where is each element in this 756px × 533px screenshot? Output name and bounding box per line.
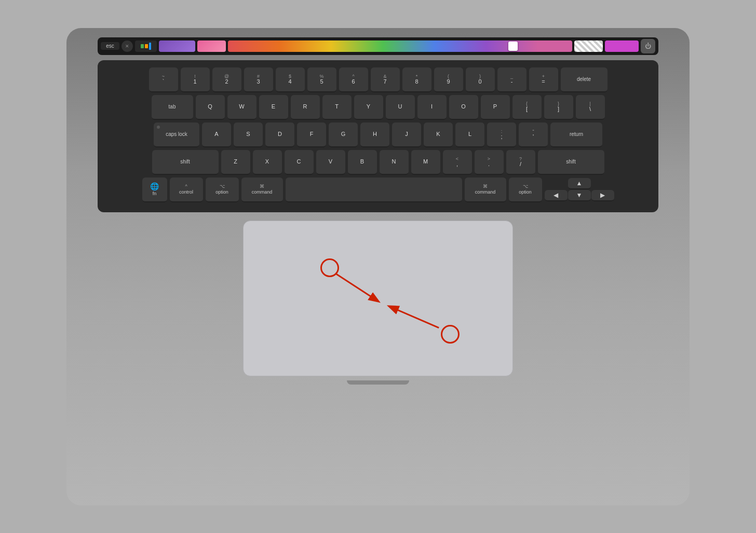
tb-power-button[interactable]: ⏻ xyxy=(641,39,655,53)
arrow-cluster: ▲ ◀ ▼ ▶ xyxy=(545,178,614,201)
touch-bar: esc ⏻ xyxy=(98,37,658,55)
qwerty-row: tab Q W E R T Y U I O P { [ } ] | \ xyxy=(105,95,651,120)
laptop-bottom xyxy=(98,380,658,396)
key-h[interactable]: H xyxy=(360,122,389,147)
key-shift-right[interactable]: shift xyxy=(538,150,604,175)
key-1[interactable]: ! 1 xyxy=(181,67,210,92)
key-option-left[interactable]: ⌥ option xyxy=(206,177,239,202)
laptop-body: esc ⏻ ~ ` ! 1 @ 2 xyxy=(66,28,690,505)
key-arrow-down[interactable]: ▼ xyxy=(568,190,591,201)
key-n[interactable]: N xyxy=(380,150,409,175)
key-o[interactable]: O xyxy=(449,95,478,120)
key-r[interactable]: R xyxy=(291,95,320,120)
number-row: ~ ` ! 1 @ 2 # 3 $ 4 % 5 xyxy=(105,67,651,92)
key-command-right[interactable]: ⌘ command xyxy=(465,177,506,202)
key-delete[interactable]: delete xyxy=(561,67,608,92)
tb-color-slider[interactable] xyxy=(228,40,572,52)
keyboard: ~ ` ! 1 @ 2 # 3 $ 4 % 5 xyxy=(98,60,658,212)
key-backslash[interactable]: | \ xyxy=(576,95,605,120)
key-arrow-right[interactable]: ▶ xyxy=(591,190,614,201)
key-v[interactable]: V xyxy=(316,150,345,175)
key-space[interactable] xyxy=(286,177,462,202)
key-m[interactable]: M xyxy=(411,150,440,175)
asdf-row: caps lock A S D F G H J K L : ; " ' retu… xyxy=(105,122,651,147)
key-p[interactable]: P xyxy=(481,95,510,120)
key-z[interactable]: Z xyxy=(221,150,250,175)
key-i[interactable]: I xyxy=(417,95,447,120)
key-5[interactable]: % 5 xyxy=(307,67,336,92)
svg-line-3 xyxy=(393,307,439,327)
tb-magenta-button[interactable] xyxy=(605,40,639,52)
key-6[interactable]: ^ 6 xyxy=(339,67,368,92)
key-4[interactable]: $ 4 xyxy=(276,67,305,92)
annotation-circle-2 xyxy=(441,325,460,344)
key-quote[interactable]: " ' xyxy=(519,122,548,147)
key-tilde[interactable]: ~ ` xyxy=(149,67,178,92)
trackpad[interactable] xyxy=(243,221,513,376)
key-q[interactable]: Q xyxy=(196,95,225,120)
svg-line-2 xyxy=(336,274,375,299)
key-minus[interactable]: _ - xyxy=(497,67,526,92)
key-f[interactable]: F xyxy=(297,122,326,147)
key-caps-lock[interactable]: caps lock xyxy=(154,122,199,147)
key-3[interactable]: # 3 xyxy=(244,67,273,92)
key-g[interactable]: G xyxy=(329,122,358,147)
laptop-hinge-notch xyxy=(347,380,409,385)
key-9[interactable]: ( 9 xyxy=(434,67,463,92)
key-u[interactable]: U xyxy=(386,95,415,120)
key-t[interactable]: T xyxy=(322,95,352,120)
key-l[interactable]: L xyxy=(455,122,484,147)
key-e[interactable]: E xyxy=(259,95,288,120)
key-slash[interactable]: ? / xyxy=(506,150,535,175)
key-fn[interactable]: 🌐 fn xyxy=(142,177,167,202)
key-d[interactable]: D xyxy=(265,122,294,147)
key-w[interactable]: W xyxy=(227,95,256,120)
key-s[interactable]: S xyxy=(234,122,263,147)
key-tab[interactable]: tab xyxy=(152,95,193,120)
key-rbracket[interactable]: } ] xyxy=(544,95,573,120)
tb-checkered-button[interactable] xyxy=(574,40,603,52)
tb-purple-button[interactable] xyxy=(159,40,195,52)
key-control[interactable]: ^ control xyxy=(170,177,203,202)
key-x[interactable]: X xyxy=(253,150,282,175)
trackpad-area xyxy=(98,221,658,376)
key-shift-left[interactable]: shift xyxy=(152,150,219,175)
annotation-arrows xyxy=(244,221,512,376)
tb-close-button[interactable] xyxy=(122,40,133,52)
key-k[interactable]: K xyxy=(424,122,453,147)
key-c[interactable]: C xyxy=(285,150,314,175)
tb-slider-thumb[interactable] xyxy=(508,42,518,51)
key-arrow-left[interactable]: ◀ xyxy=(545,190,568,201)
bottom-row: 🌐 fn ^ control ⌥ option ⌘ command ⌘ comm… xyxy=(105,177,651,202)
key-0[interactable]: ) 0 xyxy=(466,67,495,92)
zxcv-row: shift Z X C V B N M < , > . ? / shift xyxy=(105,150,651,175)
esc-key[interactable]: esc xyxy=(101,42,119,50)
key-semicolon[interactable]: : ; xyxy=(487,122,516,147)
key-a[interactable]: A xyxy=(202,122,231,147)
key-b[interactable]: B xyxy=(348,150,377,175)
annotation-circle-1 xyxy=(320,258,339,277)
tb-media-controls[interactable] xyxy=(135,40,157,52)
key-comma[interactable]: < , xyxy=(443,150,472,175)
key-2[interactable]: @ 2 xyxy=(212,67,241,92)
key-arrow-up[interactable]: ▲ xyxy=(568,178,591,189)
key-y[interactable]: Y xyxy=(354,95,383,120)
key-7[interactable]: & 7 xyxy=(371,67,400,92)
key-equal[interactable]: + = xyxy=(529,67,558,92)
tb-pink-button[interactable] xyxy=(197,40,226,52)
key-option-right[interactable]: ⌥ option xyxy=(509,177,542,202)
key-period[interactable]: > . xyxy=(475,150,504,175)
key-return[interactable]: return xyxy=(550,122,602,147)
key-lbracket[interactable]: { [ xyxy=(512,95,542,120)
key-j[interactable]: J xyxy=(392,122,421,147)
key-8[interactable]: * 8 xyxy=(402,67,431,92)
key-command-left[interactable]: ⌘ command xyxy=(241,177,283,202)
